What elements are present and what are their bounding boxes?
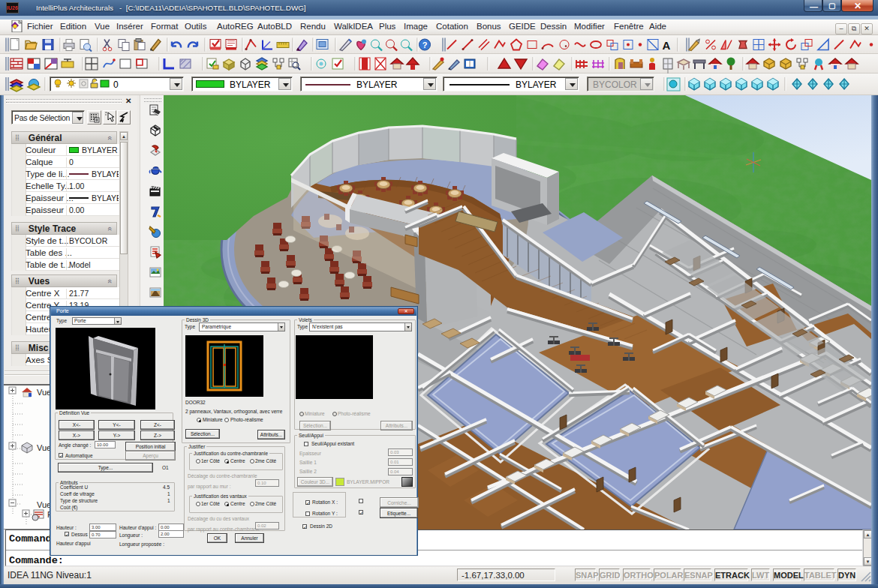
svg-text:A: A (663, 39, 671, 52)
svg-text:?: ? (422, 40, 428, 50)
